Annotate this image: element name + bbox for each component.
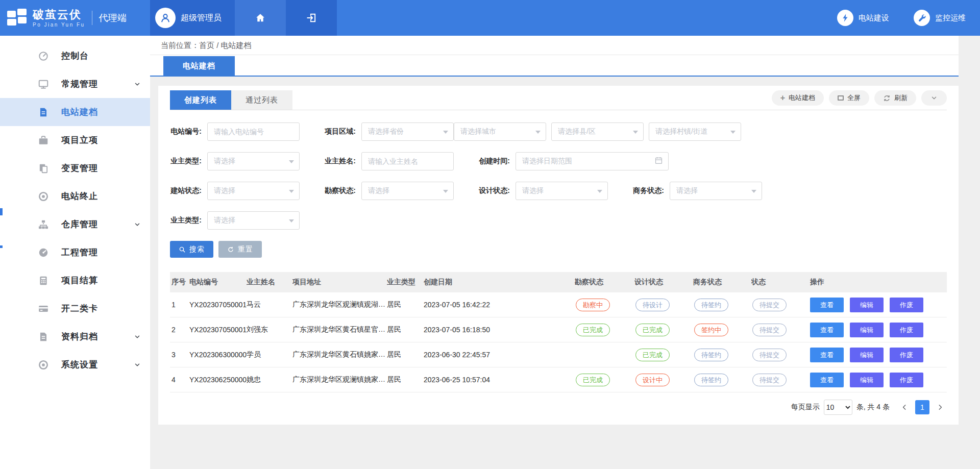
cell-created: 2023-06-25 10:57:04 (424, 376, 575, 384)
cell-station-no: YX2023062500004 (189, 376, 247, 384)
build-status-select[interactable]: 请选择 (207, 182, 300, 200)
sidebar-item-project-settlement[interactable]: 项目结算 (0, 266, 150, 294)
edit-button[interactable]: 编辑 (850, 348, 884, 362)
city-select[interactable]: 请选择城市 (454, 122, 546, 141)
collapse-button[interactable] (921, 90, 947, 106)
sidebar-item-open-card[interactable]: 开二类卡 (0, 294, 150, 323)
sidebar-item-warehouse-mgmt[interactable]: 仓库管理 (0, 210, 150, 238)
prev-page-button[interactable] (898, 404, 911, 411)
chevron-down-icon (930, 94, 938, 102)
business-status-badge: 签约中 (694, 324, 728, 336)
breadcrumb-label: 当前位置： (161, 41, 199, 50)
user-name: 超级管理员 (181, 13, 222, 23)
void-button[interactable]: 作废 (890, 373, 923, 387)
tab-passed-list[interactable]: 通过列表 (231, 90, 292, 110)
survey-status-badge: 已完成 (576, 374, 610, 386)
business-status-select[interactable]: 请选择 (670, 182, 762, 200)
app-header: 破茧云伏 Po Jian Yun Fu 代理端 超级管理员 (0, 0, 980, 36)
province-select[interactable]: 请选择省份 (361, 122, 454, 141)
refresh-icon (883, 94, 891, 102)
caret-down-icon (443, 131, 448, 136)
table-header: 序号 电站编号 业主姓名 项目地址 业主类型 创建日期 勘察状态 设计状态 商务… (170, 272, 947, 292)
county-select[interactable]: 请选择县/区 (551, 122, 644, 141)
station-no-input[interactable] (207, 122, 300, 141)
sidebar-item-project-initiation[interactable]: 项目立项 (0, 126, 150, 154)
status-badge: 待提交 (752, 349, 787, 361)
cell-created: 2023-06-30 22:45:57 (424, 351, 575, 359)
user-menu[interactable]: 超级管理员 (150, 0, 235, 36)
business-status-badge: 待签约 (694, 349, 728, 361)
copy-icon (38, 162, 50, 175)
tab-create-list[interactable]: 创建列表 (170, 90, 231, 110)
fullscreen-button[interactable]: 全屏 (829, 90, 869, 106)
reset-button[interactable]: 重置 (218, 241, 262, 258)
design-status-badge: 已完成 (635, 324, 670, 336)
cell-owner-type: 居民 (387, 325, 424, 334)
refresh-icon (227, 246, 234, 253)
current-page-button[interactable]: 1 (915, 400, 929, 414)
cell-owner-type: 居民 (387, 350, 424, 359)
design-status-select[interactable]: 请选择 (516, 182, 608, 200)
fullscreen-icon (838, 95, 844, 101)
document-icon (38, 331, 50, 343)
view-button[interactable]: 查看 (810, 323, 844, 337)
cell-station-no: YX2023070500011 (189, 301, 247, 309)
design-status-label: 设计状态: (478, 186, 510, 195)
nav-monitor-ops[interactable]: 监控运维 (914, 10, 966, 26)
search-button[interactable]: 搜索 (170, 241, 213, 258)
cell-address: 广东深圳龙华区黄石镇姚家庄... (292, 350, 387, 359)
home-button[interactable] (235, 0, 286, 36)
add-station-button[interactable]: + 电站建档 (772, 90, 824, 106)
logo-icon (7, 9, 28, 27)
void-button[interactable]: 作废 (890, 323, 923, 337)
logo-title: 破茧云伏 (33, 9, 85, 21)
sidebar-item-system-settings[interactable]: 系统设置 (0, 351, 150, 379)
owner-name-input[interactable] (361, 152, 454, 170)
cell-station-no: YX2023063000009 (189, 351, 247, 359)
edit-button[interactable]: 编辑 (850, 373, 884, 387)
view-button[interactable]: 查看 (810, 348, 844, 362)
page-tab-station-archive[interactable]: 电站建档 (163, 56, 235, 76)
login-arrow-icon (306, 12, 317, 23)
edit-button[interactable]: 编辑 (850, 298, 884, 312)
sidebar-item-general-mgmt[interactable]: 常规管理 (0, 70, 150, 98)
cell-owner: 刘强东 (247, 325, 292, 334)
survey-status-select[interactable]: 请选择 (361, 182, 454, 200)
main-area: 当前位置：首页 / 电站建档 电站建档 创建列表 通过列表 + 电站建档 全屏 (150, 36, 980, 469)
sidebar-item-station-archive[interactable]: 电站建档 (0, 98, 150, 126)
business-status-badge: 待签约 (694, 374, 728, 386)
quick-link-label: 电站建设 (859, 13, 889, 23)
cell-station-no: YX2023070500010 (189, 326, 247, 334)
sidebar-item-station-termination[interactable]: 电站终止 (0, 182, 150, 210)
edit-button[interactable]: 编辑 (850, 323, 884, 337)
sidebar-item-engineering-mgmt[interactable]: 工程管理 (0, 238, 150, 266)
logout-button[interactable] (286, 0, 337, 36)
sidebar-item-change-mgmt[interactable]: 变更管理 (0, 154, 150, 182)
view-button[interactable]: 查看 (810, 373, 844, 387)
chevron-down-icon (134, 361, 141, 368)
date-range-picker[interactable]: 请选择日期范围 (516, 152, 669, 170)
void-button[interactable]: 作废 (890, 348, 923, 362)
owner-type2-select[interactable]: 请选择 (207, 211, 300, 230)
void-button[interactable]: 作废 (890, 298, 923, 312)
sidebar-item-console[interactable]: 控制台 (0, 42, 150, 70)
nav-station-build[interactable]: 电站建设 (837, 10, 889, 26)
create-time-label: 创建时间: (478, 157, 510, 166)
page-size-select[interactable]: 10 (824, 400, 852, 415)
cell-owner-type: 居民 (387, 300, 424, 309)
owner-type-select[interactable]: 请选择 (207, 152, 300, 170)
owner-name-label: 业主姓名: (324, 157, 356, 166)
build-status-label: 建站状态: (170, 186, 202, 195)
quick-link-label: 监控运维 (935, 13, 966, 23)
refresh-button[interactable]: 刷新 (874, 90, 916, 106)
sidebar-item-data-archive[interactable]: 资料归档 (0, 323, 150, 351)
person-icon (160, 12, 171, 23)
view-button[interactable]: 查看 (810, 298, 844, 312)
table-row: 1 YX2023070500011 马云 广东深圳龙华区观澜镇观湖路... 居民… (170, 292, 947, 317)
owner-type2-label: 业主类型: (170, 216, 202, 225)
next-page-button[interactable] (934, 404, 947, 411)
caret-down-icon (289, 219, 294, 225)
town-select[interactable]: 请选择村镇/街道 (649, 122, 741, 141)
cell-owner: 马云 (247, 300, 292, 309)
content-card: 创建列表 通过列表 + 电站建档 全屏 刷新 (158, 86, 959, 425)
